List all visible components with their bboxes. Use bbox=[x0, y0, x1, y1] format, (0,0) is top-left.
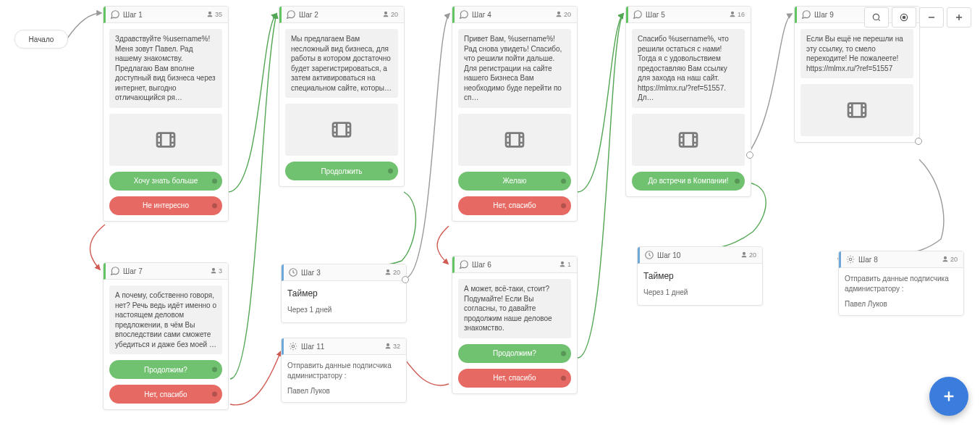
gears-icon bbox=[288, 341, 298, 351]
connector-port[interactable] bbox=[402, 276, 409, 283]
button-continue-q[interactable]: Продолжим? bbox=[109, 360, 222, 379]
button-no-thanks[interactable]: Нет, спасибо bbox=[458, 196, 571, 215]
timer-sub: Через 1 дней bbox=[643, 288, 756, 299]
connector-dot bbox=[212, 203, 217, 208]
timer-title: Таймер bbox=[287, 287, 400, 300]
media-placeholder bbox=[109, 114, 222, 166]
button-no-thanks[interactable]: Нет, спасибо bbox=[458, 369, 571, 388]
user-count: 35 bbox=[206, 11, 222, 18]
action-desc: Отправить данные подписчика администрато… bbox=[845, 274, 958, 293]
user-count: 20 bbox=[382, 11, 398, 18]
node-step-4[interactable]: Шаг 4 20 Привет Вам, %username%! Рад сно… bbox=[452, 6, 578, 222]
node-title: Шаг 1 bbox=[123, 11, 206, 19]
node-step-10[interactable]: Шаг 10 20 Таймер Через 1 дней bbox=[637, 246, 763, 306]
user-count: 20 bbox=[555, 11, 571, 18]
svg-point-6 bbox=[292, 345, 295, 348]
message-text: Здравствуйте %username%! Меня зовут Паве… bbox=[109, 29, 222, 108]
chat-icon bbox=[459, 9, 469, 20]
media-placeholder bbox=[801, 84, 913, 136]
node-step-6[interactable]: Шаг 6 1 А может, всё-таки, стоит? Подума… bbox=[452, 256, 578, 394]
connector-dot bbox=[561, 351, 566, 356]
start-node[interactable]: Начало bbox=[14, 30, 68, 49]
chat-icon bbox=[286, 9, 296, 20]
node-title: Шаг 10 bbox=[657, 251, 740, 259]
connector-dot bbox=[388, 169, 393, 174]
view-toolbar bbox=[864, 7, 971, 28]
svg-rect-1 bbox=[333, 123, 350, 137]
node-step-3[interactable]: Шаг 3 20 Таймер Через 1 дней bbox=[281, 264, 407, 323]
media-placeholder bbox=[458, 114, 571, 166]
button-more[interactable]: Хочу знать больше bbox=[109, 172, 222, 191]
user-count: 1 bbox=[559, 261, 571, 268]
node-step-7[interactable]: Шаг 7 3 А почему, собственно говоря, нет… bbox=[103, 262, 229, 410]
node-step-1[interactable]: Шаг 1 35 Здравствуйте %username%! Меня з… bbox=[103, 6, 229, 222]
flow-canvas[interactable]: Начало Шаг 1 35 Здравствуйте %username%!… bbox=[0, 0, 980, 426]
svg-rect-2 bbox=[506, 133, 523, 146]
chat-icon bbox=[633, 9, 643, 20]
node-title: Шаг 3 bbox=[301, 269, 384, 277]
button-see-you[interactable]: До встречи в Компании! bbox=[632, 172, 745, 191]
action-admin: Павел Луков bbox=[845, 299, 958, 309]
button-label: Нет, спасибо bbox=[493, 374, 536, 382]
button-label: До встречи в Компании! bbox=[648, 177, 728, 185]
add-node-fab[interactable] bbox=[929, 377, 968, 416]
message-text: А почему, собственно говоря, нет? Речь в… bbox=[109, 285, 222, 354]
node-title: Шаг 8 bbox=[858, 256, 942, 264]
node-title: Шаг 6 bbox=[472, 261, 559, 269]
connector-dot bbox=[212, 367, 217, 372]
search-button[interactable] bbox=[864, 7, 889, 28]
svg-point-10 bbox=[903, 16, 905, 19]
button-label: Желаю bbox=[502, 177, 526, 185]
user-count: 20 bbox=[740, 251, 756, 259]
button-continue-q[interactable]: Продолжим? bbox=[458, 344, 571, 363]
user-count: 20 bbox=[384, 269, 400, 276]
chat-icon bbox=[459, 259, 469, 270]
node-title: Шаг 7 bbox=[123, 267, 210, 275]
zoom-out-button[interactable] bbox=[919, 7, 944, 28]
message-text: Спасибо %username%, что решили остаться … bbox=[632, 29, 745, 108]
svg-rect-4 bbox=[848, 104, 866, 117]
connector-dot bbox=[561, 203, 566, 208]
button-want[interactable]: Желаю bbox=[458, 172, 571, 191]
button-label: Нет, спасибо bbox=[493, 201, 536, 209]
user-count: 16 bbox=[729, 11, 745, 18]
node-title: Шаг 2 bbox=[299, 11, 382, 19]
node-step-5[interactable]: Шаг 5 16 Спасибо %username%, что решили … bbox=[625, 6, 751, 197]
action-desc: Отправить данные подписчика администрато… bbox=[287, 361, 400, 380]
message-text: А может, всё-таки, стоит? Подумайте! Есл… bbox=[458, 279, 571, 338]
button-label: Продолжим? bbox=[144, 366, 187, 374]
button-continue[interactable]: Продолжить bbox=[285, 162, 398, 180]
zoom-in-button[interactable] bbox=[947, 7, 971, 28]
clock-icon bbox=[644, 250, 654, 260]
connector-port[interactable] bbox=[915, 138, 922, 145]
connector-port[interactable] bbox=[746, 151, 753, 159]
node-step-11[interactable]: Шаг 11 32 Отправить данные подписчика ад… bbox=[281, 338, 407, 403]
node-title: Шаг 4 bbox=[472, 11, 555, 19]
chat-icon bbox=[110, 9, 120, 20]
clock-icon bbox=[288, 267, 298, 277]
user-count: 20 bbox=[942, 256, 958, 263]
user-count: 32 bbox=[384, 343, 400, 350]
connector-dot bbox=[212, 392, 217, 397]
connector-dot bbox=[561, 375, 566, 380]
button-no-thanks[interactable]: Нет, спасибо bbox=[109, 385, 222, 404]
connector-dot bbox=[735, 178, 740, 183]
message-text: Если Вы ещё не перешли на эту ссылку, то… bbox=[801, 29, 913, 78]
chat-icon bbox=[801, 9, 811, 20]
svg-point-8 bbox=[849, 258, 852, 261]
user-count: 3 bbox=[210, 267, 222, 275]
gears-icon bbox=[845, 254, 856, 264]
chat-icon bbox=[110, 266, 120, 276]
svg-point-9 bbox=[873, 14, 879, 20]
media-placeholder bbox=[285, 104, 398, 156]
svg-rect-3 bbox=[680, 133, 697, 146]
node-step-2[interactable]: Шаг 2 20 Мы предлагаем Вам несложный вид… bbox=[279, 6, 405, 187]
connector-dot bbox=[561, 178, 566, 183]
center-button[interactable] bbox=[892, 7, 916, 28]
button-label: Продолжим? bbox=[493, 349, 536, 357]
node-title: Шаг 5 bbox=[646, 11, 729, 19]
node-step-8[interactable]: Шаг 8 20 Отправить данные подписчика адм… bbox=[838, 251, 964, 316]
action-admin: Павел Луков bbox=[287, 386, 400, 396]
button-not-interested[interactable]: Не интересно bbox=[109, 196, 222, 215]
media-placeholder bbox=[632, 114, 745, 166]
